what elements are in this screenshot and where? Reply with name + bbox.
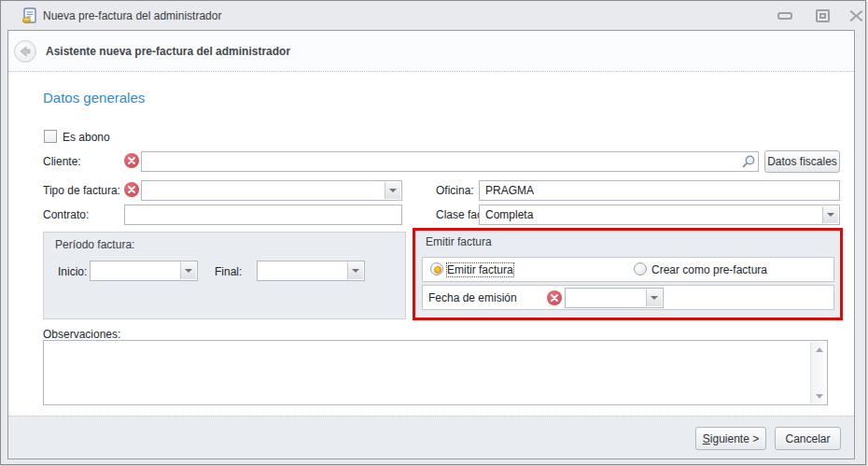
scroll-down-icon[interactable]	[811, 388, 827, 403]
es-abono-label[interactable]: Es abono	[63, 131, 110, 144]
dialog-content: Asistente nueva pre-factura del administ…	[7, 30, 855, 459]
wizard-title: Asistente nueva pre-factura del administ…	[46, 31, 290, 72]
back-button[interactable]	[14, 40, 36, 63]
periodo-factura-title: Período factura:	[55, 238, 134, 251]
fecha-emision-combo[interactable]	[565, 288, 664, 308]
chevron-down-icon	[352, 269, 359, 273]
chevron-down-icon	[185, 269, 192, 273]
tipo-factura-combo[interactable]	[141, 180, 402, 201]
fecha-emision-error-icon	[547, 290, 562, 305]
cliente-error-icon	[124, 153, 139, 168]
minimize-button[interactable]	[773, 7, 797, 25]
minimize-icon	[777, 12, 792, 20]
crear-prefactura-radio-label[interactable]: Crear como pre-factura	[651, 263, 767, 276]
crear-prefactura-radio[interactable]	[634, 262, 647, 275]
cliente-input[interactable]	[141, 151, 759, 172]
tipo-factura-error-icon	[124, 182, 139, 197]
close-icon	[849, 9, 863, 22]
clase-factura-value: Completa	[485, 205, 820, 224]
contrato-label: Contrato:	[43, 208, 89, 221]
emitir-factura-radio[interactable]	[430, 262, 443, 275]
inicio-label: Inicio:	[58, 265, 87, 278]
clase-factura-dropdown-button[interactable]	[822, 206, 838, 223]
back-arrow-icon	[19, 45, 32, 58]
final-combo[interactable]	[257, 261, 365, 281]
observaciones-textarea[interactable]	[43, 340, 828, 405]
inicio-dropdown-button[interactable]	[180, 262, 196, 279]
siguiente-button[interactable]: Siguiente >	[695, 427, 766, 450]
datos-fiscales-button[interactable]: Datos fiscales	[764, 150, 840, 173]
cliente-label: Cliente:	[43, 155, 81, 168]
final-dropdown-button[interactable]	[347, 262, 363, 279]
emitir-factura-radio-label[interactable]: Emitir factura	[447, 263, 513, 276]
maximize-button[interactable]	[810, 7, 834, 25]
oficina-input[interactable]	[479, 180, 840, 201]
fecha-emision-dropdown-button[interactable]	[646, 289, 662, 306]
dialog-window: Nueva pre-factura del administrador Asis…	[0, 0, 866, 465]
magnifier-icon[interactable]	[741, 154, 756, 169]
close-button[interactable]	[844, 7, 868, 25]
clase-factura-combo[interactable]: Completa	[479, 205, 840, 225]
oficina-label: Oficina:	[436, 184, 474, 197]
scroll-up-icon[interactable]	[811, 342, 827, 357]
section-title: Datos generales	[43, 90, 145, 106]
es-abono-checkbox[interactable]	[44, 130, 57, 143]
observaciones-label: Observaciones:	[43, 328, 120, 341]
invoice-document-icon	[21, 7, 38, 24]
wizard-header: Asistente nueva pre-factura del administ…	[8, 31, 854, 72]
chevron-down-icon	[651, 296, 658, 300]
final-label: Final:	[215, 265, 242, 278]
window-title: Nueva pre-factura del administrador	[43, 9, 221, 22]
tipo-factura-label: Tipo de factura:	[43, 184, 120, 197]
periodo-factura-group: Período factura: Inicio: Final:	[43, 232, 406, 319]
chevron-down-icon	[827, 213, 834, 217]
contrato-input[interactable]	[124, 205, 402, 225]
fecha-emision-row: Fecha de emisión	[422, 285, 834, 310]
emitir-factura-group: Emitir factura Emitir factura Crear como…	[413, 228, 843, 320]
dialog-footer: Siguiente > Cancelar	[8, 416, 854, 459]
emitir-radio-row: Emitir factura Crear como pre-factura	[422, 257, 834, 282]
chevron-down-icon	[389, 189, 397, 192]
inicio-combo[interactable]	[90, 261, 198, 281]
observaciones-scrollbar[interactable]	[810, 342, 826, 403]
tipo-factura-dropdown-button[interactable]	[385, 182, 400, 199]
fecha-emision-label: Fecha de emisión	[428, 291, 517, 304]
maximize-icon	[816, 9, 830, 22]
cancelar-button[interactable]: Cancelar	[775, 427, 841, 450]
title-bar: Nueva pre-factura del administrador	[2, 1, 864, 29]
emitir-factura-title: Emitir factura	[426, 235, 492, 248]
